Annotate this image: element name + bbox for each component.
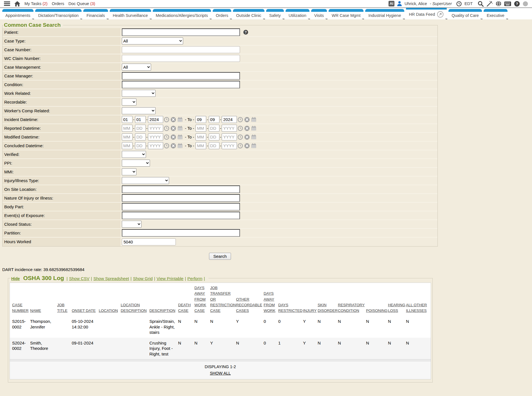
clear-icon[interactable]	[244, 143, 250, 149]
column-header-other-recordable-cases[interactable]: OTHER RECORDABLE CASES	[236, 297, 262, 313]
time-picker-icon[interactable]	[164, 126, 169, 131]
column-header-description[interactable]: DESCRIPTION	[149, 308, 175, 313]
incident_datetime-to-day-input[interactable]	[209, 116, 219, 123]
search-icon[interactable]	[478, 1, 484, 7]
modified_datetime-to-month-input[interactable]	[196, 133, 206, 140]
column-header-name[interactable]: NAME	[30, 308, 41, 313]
tab-orders[interactable]: Orders	[213, 9, 231, 19]
user-icon[interactable]	[397, 1, 402, 6]
nav-orders[interactable]: Orders	[52, 1, 64, 6]
clear-icon[interactable]	[170, 143, 176, 149]
calendar-icon[interactable]	[251, 117, 257, 122]
column-header-days-away-from-work[interactable]: DAYS AWAY FROM WORK	[264, 291, 275, 313]
tab-quality-of-care[interactable]: Quality of Care	[448, 9, 482, 19]
events_of_exposure-input[interactable]	[122, 212, 240, 219]
tab-health-surveillance[interactable]: Health Surveillance	[110, 9, 151, 19]
work_related-select[interactable]	[122, 90, 156, 97]
time-picker-icon[interactable]	[164, 117, 169, 122]
concluded_datetime-from-year-input[interactable]	[148, 142, 163, 149]
keyboard-icon[interactable]	[504, 1, 511, 6]
tab-executive[interactable]: Executive	[484, 9, 508, 19]
reported_datetime-from-month-input[interactable]	[122, 125, 133, 132]
show-grid-link[interactable]: Show Grid	[133, 276, 153, 281]
tab-appointments[interactable]: Appointments	[2, 9, 33, 19]
reported_datetime-from-day-input[interactable]	[135, 125, 146, 132]
help-icon[interactable]: ?	[514, 1, 520, 7]
clear-icon[interactable]	[244, 134, 250, 140]
modified_datetime-to-year-input[interactable]	[222, 133, 237, 140]
incident_datetime-from-year-input[interactable]	[148, 116, 163, 123]
modified_datetime-from-year-input[interactable]	[148, 133, 163, 140]
table-row-S2024-0002[interactable]: S2024-0002Smith, Theodore09-01-2024Crush…	[10, 338, 431, 359]
tab-hr-data-feed[interactable]: HR Data Feed	[406, 8, 447, 19]
column-header-job-transfer-or-restriction-case[interactable]: JOB TRANSFER OR RESTRICTION CASE	[210, 286, 236, 313]
modified_datetime-from-day-input[interactable]	[135, 133, 146, 140]
condition-input[interactable]	[122, 81, 240, 88]
view-printable-link[interactable]: View Printable	[157, 276, 184, 281]
time-picker-icon[interactable]	[164, 143, 169, 149]
calendar-icon[interactable]	[251, 126, 257, 131]
hide-link[interactable]: Hide	[11, 276, 20, 281]
clock-icon[interactable]	[456, 1, 462, 6]
injury_illness_type-select[interactable]	[122, 177, 169, 184]
clear-icon[interactable]	[170, 126, 176, 131]
column-header-death-case[interactable]: DEATH CASE	[178, 303, 191, 313]
hamburger-menu-icon[interactable]	[4, 1, 10, 6]
column-header-days-restricted[interactable]: DAYS RESTRICTED	[278, 303, 302, 313]
clear-icon[interactable]	[170, 134, 176, 140]
show-all-link[interactable]: SHOW ALL	[210, 371, 231, 375]
clear-icon[interactable]	[170, 117, 176, 122]
nav-doc-queue[interactable]: Doc Queue (3)	[68, 1, 95, 6]
concluded_datetime-to-day-input[interactable]	[209, 142, 219, 149]
open-in-circle-icon[interactable]	[437, 11, 444, 18]
column-header-hearing-loss[interactable]: HEARING LOSS	[388, 303, 405, 313]
tab-dictation-transcription[interactable]: Dictation/Transcription	[35, 9, 82, 19]
column-header-case-number[interactable]: CASE NUMBER	[12, 303, 29, 313]
calendar-icon[interactable]	[177, 117, 183, 122]
calendar-icon[interactable]	[177, 126, 183, 131]
timezone-label[interactable]: EDT	[464, 1, 473, 6]
show-csv-link[interactable]: Show CSV	[69, 276, 90, 281]
clear-icon[interactable]	[244, 117, 250, 122]
patient-input[interactable]	[122, 28, 240, 36]
field-help-icon[interactable]: ?	[243, 30, 248, 35]
column-header-location-description[interactable]: LOCATION DESCRIPTION	[121, 303, 147, 313]
tab-outside-clinic[interactable]: Outside Clinic	[233, 9, 264, 19]
workers_comp_related-select[interactable]	[122, 107, 156, 114]
column-header-days-away-from-work-case[interactable]: DAYS AWAY FROM WORK CASE	[194, 286, 206, 313]
column-header-respiratory-condition[interactable]: RESPIRATORY CONDITION	[338, 303, 365, 313]
concluded_datetime-to-month-input[interactable]	[196, 142, 206, 149]
show-spreadsheet-link[interactable]: Show Spreadsheet	[93, 276, 129, 281]
concluded_datetime-to-year-input[interactable]	[222, 142, 237, 149]
column-header-skin-disorder[interactable]: SKIN DISORDER	[318, 303, 338, 313]
mmi-select[interactable]	[122, 168, 136, 175]
incident_datetime-from-month-input[interactable]	[122, 116, 133, 123]
tab-wr-case-mgmt[interactable]: WR Case Mgmt	[329, 9, 363, 19]
perform-link[interactable]: Perform	[187, 276, 202, 281]
globe-icon[interactable]	[496, 1, 501, 6]
calendar-icon[interactable]	[251, 134, 257, 140]
reported_datetime-to-year-input[interactable]	[222, 125, 237, 132]
time-picker-icon[interactable]	[237, 134, 243, 140]
column-header-location[interactable]: LOCATION	[99, 308, 118, 313]
horizontal-scrollbar[interactable]	[10, 359, 431, 362]
column-header-injury[interactable]: INJURY	[303, 308, 317, 313]
time-picker-icon[interactable]	[237, 143, 243, 149]
calendar-icon[interactable]	[251, 143, 257, 149]
modified_datetime-to-day-input[interactable]	[209, 133, 219, 140]
column-header-job-title[interactable]: JOB TITLE	[57, 303, 68, 313]
column-header-poisoning[interactable]: POISONING	[366, 308, 388, 313]
verified-select[interactable]	[122, 151, 146, 158]
reported_datetime-to-day-input[interactable]	[209, 125, 219, 132]
calendar-icon[interactable]	[177, 143, 183, 149]
case_management-select[interactable]: All	[122, 64, 151, 71]
case_type-select[interactable]: All	[122, 37, 183, 44]
table-row-S2015-0002[interactable]: S2015-0002Thompson, Jennifer05-10-2024 1…	[10, 316, 431, 338]
case_manager-input[interactable]	[122, 72, 240, 80]
clear-icon[interactable]	[244, 126, 250, 131]
calendar-icon[interactable]	[177, 134, 183, 140]
nature_of_injury_or_illness-input[interactable]	[122, 194, 240, 202]
body_part-input[interactable]	[122, 203, 240, 211]
tab-industrial-hygiene[interactable]: Industrial Hygiene	[365, 9, 404, 19]
tab-utilization[interactable]: Utilization	[286, 9, 309, 19]
